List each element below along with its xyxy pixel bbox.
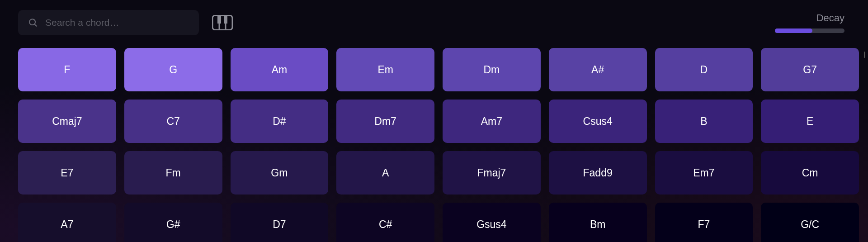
chord-label: Em7 (693, 167, 714, 179)
chord-button[interactable]: Dm (443, 48, 541, 91)
chord-button[interactable]: E7 (18, 151, 116, 195)
chord-label: Csus4 (583, 115, 613, 128)
chord-button[interactable]: Cm (761, 151, 859, 195)
decay-control: Decay (775, 12, 850, 33)
piano-icon (212, 15, 233, 30)
chord-button[interactable]: G7 (761, 48, 859, 91)
chord-button[interactable]: Am7 (443, 100, 541, 143)
chord-label: Gm (271, 167, 288, 179)
svg-rect-6 (224, 16, 227, 24)
search-box[interactable] (18, 10, 199, 35)
chord-label: E (807, 115, 813, 128)
chord-button[interactable]: A# (549, 48, 647, 91)
chord-label: C# (379, 218, 392, 231)
chord-label: Fadd9 (583, 167, 613, 179)
chord-button[interactable]: G/C (761, 203, 859, 242)
chord-button[interactable]: G (124, 48, 222, 91)
chord-label: D7 (273, 218, 286, 231)
svg-rect-2 (212, 15, 232, 30)
chord-label: D# (273, 115, 286, 128)
chord-button[interactable]: A7 (18, 203, 116, 242)
chord-button[interactable]: Am (231, 48, 329, 91)
topbar: Decay (18, 10, 850, 35)
chord-button[interactable]: F7 (655, 203, 753, 242)
chord-button[interactable]: Cmaj7 (18, 100, 116, 143)
decay-slider[interactable] (775, 28, 844, 33)
chord-label: Bm (590, 218, 606, 231)
chord-label: C7 (166, 115, 179, 128)
chord-button[interactable]: Gsus4 (443, 203, 541, 242)
svg-point-0 (29, 19, 35, 25)
chord-label: E7 (61, 167, 73, 179)
chord-label: Am (272, 64, 288, 76)
chord-button[interactable]: A (336, 151, 434, 195)
search-input[interactable] (45, 17, 189, 28)
chord-label: B (700, 115, 707, 128)
chord-button[interactable]: Bm (549, 203, 647, 242)
chord-label: F (64, 64, 70, 76)
chord-label: A (382, 167, 389, 179)
chord-label: G7 (803, 64, 817, 76)
keyboard-view-button[interactable] (212, 14, 233, 32)
search-icon (28, 18, 38, 28)
decay-label: Decay (816, 12, 844, 24)
chord-button[interactable]: Fmaj7 (443, 151, 541, 195)
svg-rect-5 (217, 16, 221, 24)
chord-button[interactable]: Gm (231, 151, 329, 195)
chord-label: Dm (483, 64, 500, 76)
chord-grid: FGAmEmDmA#DG7Cmaj7C7D#Dm7Am7Csus4BEE7FmG… (18, 48, 859, 242)
chord-button[interactable]: Csus4 (549, 100, 647, 143)
chord-button[interactable]: Fadd9 (549, 151, 647, 195)
chord-label: Dm7 (374, 115, 396, 128)
chord-label: D (700, 64, 708, 76)
chord-button[interactable]: F (18, 48, 116, 91)
chord-button[interactable]: Fm (124, 151, 222, 195)
chord-button[interactable]: D# (231, 100, 329, 143)
chord-label: G/C (801, 218, 819, 231)
scrollbar-thumb[interactable] (864, 52, 865, 58)
chord-button[interactable]: B (655, 100, 753, 143)
chord-button[interactable]: C# (336, 203, 434, 242)
chord-label: A7 (61, 218, 73, 231)
chord-label: Em (377, 64, 393, 76)
svg-line-1 (35, 24, 37, 27)
chord-button[interactable]: D7 (231, 203, 329, 242)
chord-button[interactable]: Em (336, 48, 434, 91)
chord-label: F7 (698, 218, 710, 231)
chord-label: Fmaj7 (477, 167, 506, 179)
chord-button[interactable]: G# (124, 203, 222, 242)
chord-label: A# (591, 64, 604, 76)
chord-label: Gsus4 (476, 218, 506, 231)
chord-label: Cmaj7 (52, 115, 82, 128)
chord-button[interactable]: Em7 (655, 151, 753, 195)
chord-button[interactable]: C7 (124, 100, 222, 143)
decay-slider-fill (775, 28, 812, 33)
chord-button[interactable]: E (761, 100, 859, 143)
chord-label: G# (166, 218, 180, 231)
chord-label: Cm (802, 167, 818, 179)
chord-label: Am7 (481, 115, 502, 128)
chord-button[interactable]: D (655, 48, 753, 91)
chord-label: Fm (166, 167, 181, 179)
chord-button[interactable]: Dm7 (336, 100, 434, 143)
chord-label: G (169, 64, 177, 76)
